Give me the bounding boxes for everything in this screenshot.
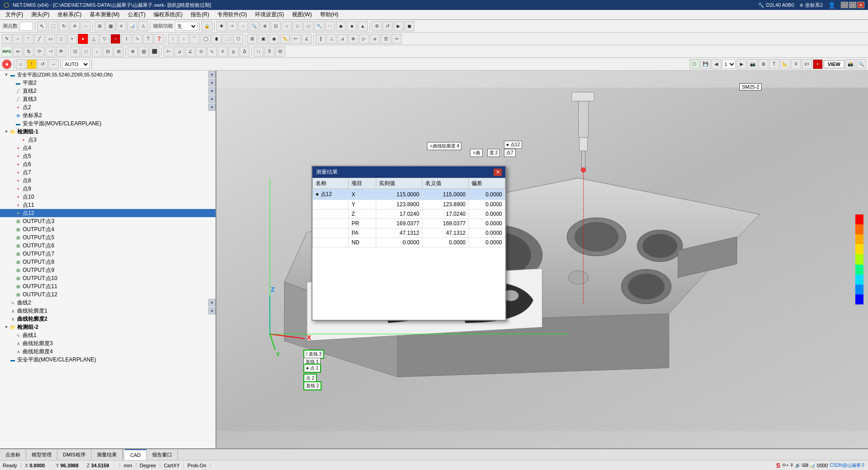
tb3-btn-15[interactable]: ⊢ (163, 47, 173, 57)
tb3-btn-4[interactable]: ⟳ (34, 47, 44, 57)
menu-help[interactable]: 帮助(H) (317, 10, 342, 19)
tb-btn-4[interactable]: ✛ (70, 21, 80, 31)
tree-item-output-point7[interactable]: ⊞ OUTPUT:点7 (0, 250, 216, 258)
vt-next-btn[interactable]: ▶ (737, 59, 747, 69)
tb2-btn-31[interactable]: ⊿ (337, 34, 347, 44)
vt-btn-3[interactable]: 📷 (748, 59, 758, 69)
tb3-btn-17[interactable]: ∠ (185, 47, 195, 57)
tb-btn-19[interactable]: ⬭ (303, 21, 313, 31)
tb2-btn-4[interactable]: ╱ (34, 34, 44, 44)
meas-row-5[interactable]: ND 0.0000 0.0000 0.0000 (313, 238, 505, 247)
tb3-btn-9[interactable]: ⬦ (92, 47, 102, 57)
tree-item-safeplane3[interactable]: ▬ 安全平面(MOVE/CLEARPLANE) (0, 356, 216, 364)
tb2-btn-10[interactable]: ▽ (100, 34, 110, 44)
tb3-btn-12[interactable]: ⊕ (128, 47, 138, 57)
tb-btn-5[interactable]: → (81, 21, 91, 31)
vt-btn-11[interactable]: 🔍 (856, 59, 866, 69)
side-btn-7[interactable]: ≡ (208, 307, 216, 314)
tb3-btn-25[interactable]: id (275, 47, 285, 57)
tb2-btn-30[interactable]: ⊥ (326, 34, 336, 44)
tb2-btn-26[interactable]: 📏 (280, 34, 290, 44)
tb3-btn-2[interactable]: ⇔ (13, 47, 23, 57)
side-btn-5[interactable]: ≡ (208, 104, 216, 111)
tb2-btn-18[interactable]: ⌒ (190, 34, 200, 44)
tb4-btn-3[interactable]: ↺ (38, 59, 48, 69)
tb-btn-16[interactable]: ⊡ (271, 21, 281, 31)
tb3-btn-7[interactable]: ⊡ (70, 47, 80, 57)
tb-btn-21[interactable]: ⋯ (325, 21, 335, 31)
program-tree[interactable]: ▼ ▬ 安全平面(ZDIR,55.5240,ZDIR,55.5240,ON) ≡… (0, 71, 216, 448)
tree-item-profile1[interactable]: ∧ 曲线轮廓度1 ≡ (0, 307, 216, 315)
tb4-btn-4[interactable]: → (48, 59, 58, 69)
tree-item-line2[interactable]: ╱ 直线2 ≡ (0, 87, 216, 95)
tb3-btn-16[interactable]: ⊿ (174, 47, 184, 57)
tb-btn-14[interactable]: 🔍 (249, 21, 259, 31)
vt-prev-btn[interactable]: ◀ (711, 59, 721, 69)
tb2-btn-25[interactable]: ◉ (269, 34, 279, 44)
tb2-btn-5[interactable]: ▭ (45, 34, 55, 44)
tb-btn-10[interactable]: ⚠ (138, 21, 148, 31)
tb2-btn-14[interactable]: ? (143, 34, 153, 44)
tree-item-output-point11[interactable]: ⊞ OUTPUT:点11 (0, 282, 216, 290)
tree-item-profile4[interactable]: ∧ 曲线轮廓度4 (0, 347, 216, 356)
tb3-btn-20[interactable]: ≡ (218, 47, 228, 57)
tree-item-output-point5[interactable]: ⊞ OUTPUT:点5 (0, 233, 216, 242)
auto-select[interactable]: AUTO (62, 60, 90, 69)
tb2-btn-9[interactable]: △ (89, 34, 99, 44)
tb3-btn-21[interactable]: μ (229, 47, 239, 57)
tb2-btn-3[interactable]: ◜ (24, 34, 34, 44)
tb2-btn-17[interactable]: ↓ (179, 34, 189, 44)
vt-btn-2[interactable]: 💾 (700, 59, 710, 69)
tree-item-point6[interactable]: • 点6 (0, 160, 216, 168)
tb2-btn-12[interactable]: ⌇ (121, 34, 131, 44)
tb3-btn-13[interactable]: ▨ (139, 47, 149, 57)
tb3-btn-8[interactable]: □ (81, 47, 91, 57)
tree-item-curve1[interactable]: ∿ 曲线1 (0, 331, 216, 339)
tb3-btn-11[interactable]: ⊞ (114, 47, 124, 57)
tb3-btn-24[interactable]: 9 (264, 47, 274, 57)
tree-item-point10[interactable]: • 点10 (0, 193, 216, 201)
tb-btn-23[interactable]: ■ (347, 21, 357, 31)
tree-item-line3[interactable]: ╱ 直线3 ≡ (0, 95, 216, 103)
tb-btn-2[interactable]: ⬚ (48, 21, 58, 31)
tb-settings-icon[interactable]: ⚙ (372, 21, 382, 31)
tree-item-profile2[interactable]: ∧ 曲线轮廓度2 (0, 315, 216, 323)
meas-row-2[interactable]: Z 17.0240 17.0240 0.0000 (313, 209, 505, 219)
tab-dmis[interactable]: DMIS程序 (58, 449, 91, 460)
tab-points[interactable]: 点坐标 (0, 449, 26, 460)
side-btn-1[interactable]: ≡ (208, 71, 216, 78)
side-btn-6[interactable]: ≡ (208, 299, 216, 306)
annotation-line3[interactable]: / 直线 3 (303, 350, 324, 359)
tb3-btn-10[interactable]: ⊟ (103, 47, 113, 57)
tab-meas-results[interactable]: 测量结果 (91, 449, 123, 460)
tree-item-output-point3[interactable]: ⊞ OUTPUT:点3 (0, 217, 216, 225)
tree-item-output-point12[interactable]: ⊞ OUTPUT:点12 (0, 290, 216, 299)
tb-btn-27[interactable]: ◼ (404, 21, 414, 31)
menu-coord[interactable]: 坐标系(C) (54, 10, 85, 19)
tb2-btn-2[interactable]: ○ (13, 34, 23, 44)
tb-btn-1[interactable]: ↖ (37, 21, 47, 31)
tb2-btn-36[interactable]: ═ (392, 34, 402, 44)
tb-btn-13[interactable]: − (238, 21, 248, 31)
menu-report[interactable]: 报告(R) (187, 10, 213, 19)
annotation-line2[interactable]: 直线 2 (303, 381, 321, 390)
tb-btn-15[interactable]: ⊕ (260, 21, 270, 31)
tb2-btn-6[interactable]: ⬯ (56, 34, 66, 44)
tb2-btn-27[interactable]: ⊢ (291, 34, 301, 44)
tb-btn-11[interactable]: ✚ (216, 21, 226, 31)
side-btn-4[interactable]: ≡ (208, 95, 216, 103)
annotation-curve-partial[interactable]: ∧曲 (470, 149, 483, 157)
tree-item-group2[interactable]: ▼ 📁 检测组-2 (0, 323, 216, 331)
tb2-btn-23[interactable]: ⊞ (247, 34, 257, 44)
tb3-btn-18[interactable]: ⊙ (196, 47, 206, 57)
page-select[interactable]: 1 (722, 60, 736, 69)
side-btn-2[interactable]: ≡ (208, 79, 216, 86)
menu-probe[interactable]: 测头(P) (28, 10, 53, 19)
dialog-close-button[interactable]: ✕ (494, 169, 502, 176)
tree-item-safeplane1[interactable]: ▼ ▬ 安全平面(ZDIR,55.5240,ZDIR,55.5240,ON) ≡ (0, 71, 216, 79)
tb2-btn-34[interactable]: ⌀ (370, 34, 380, 44)
meas-row-4[interactable]: PA 47.1312 47.1312 0.0000 (313, 228, 505, 238)
tree-item-profile3[interactable]: ∧ 曲线轮廓度3 (0, 339, 216, 347)
tb2-btn-8[interactable]: ● (78, 34, 88, 44)
annotation-degree2[interactable]: 度 2 (487, 149, 500, 157)
